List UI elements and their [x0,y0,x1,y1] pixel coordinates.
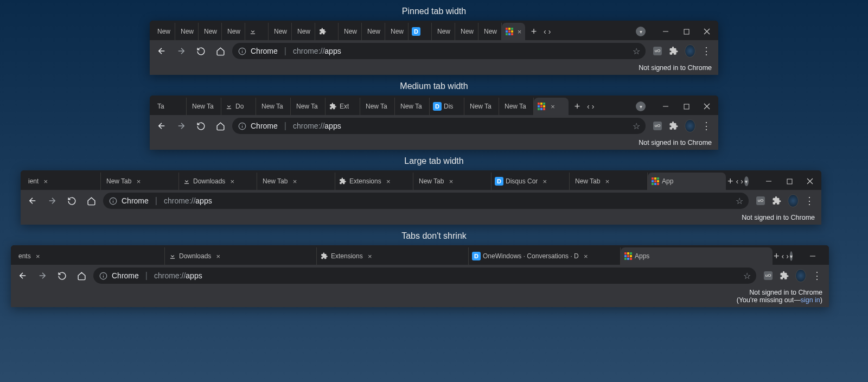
minimize-button[interactable] [765,177,773,185]
tab[interactable]: New [199,23,222,40]
tab[interactable]: Downloads× [165,247,317,265]
address-bar[interactable]: Chrome|chrome://apps☆ [93,268,756,284]
chevron-right-icon[interactable]: › [591,102,596,111]
extensions-puzzle-icon[interactable] [668,46,679,56]
tab[interactable]: New Ta [187,98,221,115]
new-tab-button[interactable]: + [774,249,780,264]
ublock-icon[interactable]: uO [652,46,663,56]
tab[interactable]: Apps [621,247,773,265]
tab-scroll[interactable]: ‹› [542,27,552,36]
forward-button[interactable] [44,193,60,208]
tab[interactable]: ents× [13,247,165,265]
address-bar[interactable]: Chrome|chrome://apps☆ [103,193,749,209]
tab[interactable]: New [362,23,385,40]
chevron-left-icon[interactable]: ‹ [735,177,740,186]
back-button[interactable] [15,268,30,283]
tab[interactable]: New [175,23,199,40]
tab-search-button[interactable]: ▾ [790,251,793,261]
tab[interactable]: ient× [23,173,101,190]
profile-avatar[interactable] [795,270,806,281]
tab[interactable]: New [269,23,292,40]
menu-button[interactable]: ⋮ [804,195,815,206]
tab[interactable]: New Tab× [413,173,492,190]
tab[interactable]: Extensions× [335,173,413,190]
profile-avatar[interactable] [788,195,799,206]
home-button[interactable] [213,118,228,133]
tab[interactable]: New Tab× [570,173,648,190]
profile-avatar[interactable] [685,120,695,131]
site-info-icon[interactable] [238,47,246,55]
tab[interactable]: New Ta [291,98,326,115]
maximize-button[interactable] [786,177,793,185]
tab[interactable]: New [152,23,175,40]
chevron-right-icon[interactable]: › [547,27,552,36]
reload-button[interactable] [193,118,208,133]
tab[interactable]: New [455,23,478,40]
menu-button[interactable]: ⋮ [812,270,822,281]
forward-button[interactable] [35,268,50,283]
close-tab-icon[interactable]: × [42,177,49,185]
chevron-left-icon[interactable]: ‹ [586,102,591,111]
bookmark-star-icon[interactable]: ☆ [633,121,640,131]
site-info-icon[interactable] [99,271,107,280]
bookmark-star-icon[interactable]: ☆ [736,196,743,206]
home-button[interactable] [213,43,228,59]
minimize-button[interactable] [662,28,669,35]
tab[interactable]: New Ta [360,98,395,115]
tab[interactable]: New Tab× [101,173,179,190]
chevron-right-icon[interactable]: › [739,177,744,186]
sign-in-link[interactable]: sign in [801,296,820,304]
tab[interactable]: × [534,98,569,115]
extensions-puzzle-icon[interactable] [779,270,790,281]
ublock-icon[interactable]: uO [652,120,663,131]
tab[interactable]: × [502,23,525,40]
minimize-button[interactable] [662,103,669,110]
address-bar[interactable]: Chrome|chrome://apps☆ [232,43,646,59]
close-tab-icon[interactable]: × [366,252,374,260]
tab[interactable]: Ta [152,98,187,115]
close-tab-icon[interactable]: × [228,177,236,185]
tab-scroll[interactable]: ‹› [735,177,744,186]
profile-avatar[interactable] [685,46,695,56]
close-tab-icon[interactable]: × [214,252,222,260]
tab[interactable]: New Ta [499,98,534,115]
bookmark-star-icon[interactable]: ☆ [743,271,751,281]
close-tab-icon[interactable]: × [549,103,557,110]
forward-button[interactable] [174,43,189,59]
close-tab-icon[interactable]: × [385,177,392,185]
maximize-button[interactable] [682,103,690,110]
chevron-right-icon[interactable]: › [785,252,790,260]
minimize-button[interactable] [809,252,816,260]
tab[interactable]: New Ta [464,98,499,115]
extensions-puzzle-icon[interactable] [668,120,679,131]
new-tab-button[interactable]: + [570,99,585,114]
tab[interactable]: New [385,23,409,40]
reload-button[interactable] [64,193,79,208]
close-window-button[interactable] [703,103,711,110]
tab[interactable]: New Tab× [257,173,335,190]
tab-search-button[interactable]: ▾ [636,101,646,111]
tab[interactable]: New [339,23,362,40]
extensions-puzzle-icon[interactable] [771,195,782,206]
menu-button[interactable]: ⋮ [701,46,712,56]
home-button[interactable] [74,268,89,283]
tab-search-button[interactable]: ▾ [636,27,646,36]
close-tab-icon[interactable]: × [291,177,298,185]
close-tab-icon[interactable]: × [582,252,590,260]
tab-scroll[interactable]: ‹› [781,252,790,260]
tab[interactable]: DDisqus Cor× [492,173,570,190]
chevron-left-icon[interactable]: ‹ [781,252,786,260]
close-window-button[interactable] [703,28,711,35]
tab-search-button[interactable]: ▾ [744,176,749,186]
tab-scroll[interactable]: ‹› [586,102,595,111]
close-tab-icon[interactable]: × [135,177,142,185]
reload-button[interactable] [193,43,208,59]
back-button[interactable] [25,193,40,208]
back-button[interactable] [154,118,169,133]
tab[interactable]: Ext [326,98,360,115]
tab[interactable] [315,23,339,40]
back-button[interactable] [154,43,169,59]
bookmark-star-icon[interactable]: ☆ [633,46,640,56]
menu-button[interactable]: ⋮ [701,120,712,131]
site-info-icon[interactable] [238,122,246,130]
